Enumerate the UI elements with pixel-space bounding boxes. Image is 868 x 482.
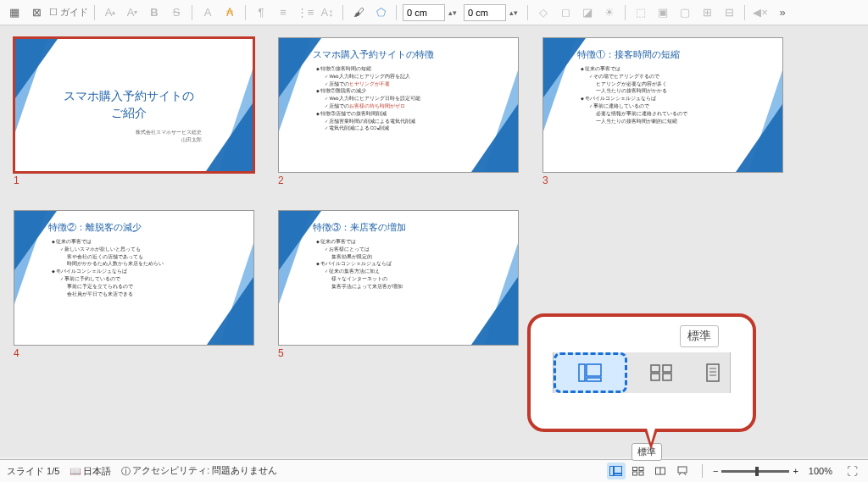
close-view-icon[interactable]: ⊠ <box>27 3 46 22</box>
height-input[interactable] <box>464 4 506 21</box>
guide-label: ガイド <box>60 6 88 19</box>
svg-rect-17 <box>639 472 643 475</box>
slide-thumbnail-3[interactable]: 特徴①：接客時間の短縮従来の事客ではその場でヒアリングするのでヒアリングが必要な… <box>542 37 787 186</box>
slide-body-text: 従来の事客では新しいスマホが欲しいと思っても客や会社の近くの店舗であっても時間が… <box>52 238 211 297</box>
svg-rect-16 <box>632 472 637 475</box>
strike-icon[interactable]: S <box>167 3 186 22</box>
slide-preview[interactable]: スマホ購入予約サイトの特徴特徴①接客時間の短縮Web入力時にヒアリング内容を記入… <box>278 37 519 173</box>
svg-rect-15 <box>639 467 643 470</box>
slide-title-text: 特徴①：接客時間の短縮 <box>577 48 680 61</box>
font-decrease-icon[interactable]: A▾ <box>123 3 142 22</box>
send-back-icon[interactable]: ▢ <box>676 3 694 22</box>
more-icon[interactable]: » <box>773 3 792 22</box>
zoom-track[interactable] <box>721 470 789 473</box>
fit-to-window-icon[interactable]: ⛶ <box>843 462 861 480</box>
border-icon[interactable]: ◻ <box>556 3 575 22</box>
svg-rect-12 <box>615 467 622 474</box>
height-spinner[interactable]: ▴▾ <box>509 8 521 17</box>
font-increase-icon[interactable]: A▴ <box>101 3 120 22</box>
slide-number: 3 <box>542 175 787 186</box>
svg-rect-6 <box>663 374 671 380</box>
status-bar: スライド 1/5 📖日本語 ⓘアクセシビリティ: 問題ありません 標準 − + … <box>0 459 868 482</box>
slideshow-button[interactable] <box>673 463 692 479</box>
slide-number: 5 <box>278 347 522 359</box>
zoom-out-icon[interactable]: − <box>713 466 718 476</box>
zoom-in-icon[interactable]: + <box>793 466 798 476</box>
slide-subtitle-text: 株式会社スマホサービス総史 山田太郎 <box>56 129 202 144</box>
list-icon[interactable]: ⋮≡ <box>296 3 314 22</box>
font-color-icon[interactable]: A <box>198 3 217 22</box>
callout-sorter-view-icon[interactable] <box>627 352 696 393</box>
slide-body-text: 従来の事客ではお客様にとっては集客効果が限定的モバイルコンシェルジュならば従来の… <box>316 238 476 291</box>
group-icon[interactable]: ⊞ <box>698 3 716 22</box>
language-indicator[interactable]: 📖日本語 <box>70 465 111 478</box>
slide-number: 4 <box>14 347 258 359</box>
formatting-toolbar: ▦ ⊠ ☐ガイド A▴ A▾ B S A ₳ ¶ ≡ ⋮≡ A↕ 🖌 ⬠ ▴▾ … <box>0 0 868 25</box>
slide-number: 2 <box>278 175 522 186</box>
svg-rect-1 <box>587 364 601 376</box>
shape-style-icon[interactable]: ⬠ <box>371 3 390 22</box>
zoom-value[interactable]: 100% <box>809 466 832 476</box>
shadow-icon[interactable]: ◪ <box>578 3 597 22</box>
slide-preview[interactable]: スマホ購入予約サイトの ご紹介株式会社スマホサービス総史 山田太郎 <box>14 37 254 173</box>
svg-rect-0 <box>579 364 585 381</box>
slide-thumbnail-4[interactable]: 特徴②：離脱客の減少従来の事客では新しいスマホが欲しいと思っても客や会社の近くの… <box>14 210 258 359</box>
slide-title-text: スマホ購入予約サイトの特徴 <box>313 48 434 61</box>
slide-title-text: 特徴②：離脱客の減少 <box>48 221 142 234</box>
slide-title-text: スマホ購入予約サイトの ご紹介 <box>56 88 202 121</box>
highlight-icon[interactable]: ₳ <box>220 3 239 22</box>
ungroup-icon[interactable]: ⊟ <box>720 3 738 22</box>
view-tooltip-callout: 標準 <box>527 313 756 432</box>
svg-rect-13 <box>615 474 622 476</box>
slide-preview[interactable]: 特徴③：来店客の増加従来の事客ではお客様にとっては集客効果が限定的モバイルコンシ… <box>278 210 519 346</box>
callout-tail-inner <box>644 419 658 443</box>
paragraph-icon[interactable]: ¶ <box>252 3 270 22</box>
svg-rect-5 <box>651 374 659 380</box>
callout-normal-view-icon[interactable] <box>554 352 627 393</box>
zoom-slider[interactable]: − + <box>713 466 798 476</box>
normal-view-button[interactable] <box>607 463 626 479</box>
callout-tooltip-label: 標準 <box>680 325 719 347</box>
slide-body-text: 従来の事客ではその場でヒアリングするのでヒアリングが必要な内容が多く一人当たりの… <box>581 65 740 125</box>
svg-rect-4 <box>663 365 671 372</box>
slide-preview[interactable]: 特徴②：離脱客の減少従来の事客では新しいスマホが欲しいと思っても客や会社の近くの… <box>14 210 254 346</box>
align-icon[interactable]: ≡ <box>274 3 292 22</box>
svg-rect-20 <box>678 467 687 473</box>
sorter-view-button[interactable] <box>629 463 648 479</box>
slide-preview[interactable]: 特徴①：接客時間の短縮従来の事客ではその場でヒアリングするのでヒアリングが必要な… <box>542 37 783 173</box>
svg-rect-14 <box>632 467 637 470</box>
callout-notes-view-icon[interactable] <box>696 352 730 393</box>
line-spacing-icon[interactable]: A↕ <box>318 3 337 22</box>
view-buttons <box>607 463 692 479</box>
slide-body-text: 特徴①接客時間の短縮Web入力時にヒアリング内容を記入店舗でのヒヤリングが不要特… <box>316 65 476 132</box>
paint-icon[interactable]: 🖌 <box>349 3 368 22</box>
slide-thumbnail-1[interactable]: スマホ購入予約サイトの ご紹介株式会社スマホサービス総史 山田太郎1 <box>14 37 258 186</box>
svg-rect-7 <box>707 364 719 381</box>
slide-thumbnail-2[interactable]: スマホ購入予約サイトの特徴特徴①接客時間の短縮Web入力時にヒアリング内容を記入… <box>278 37 522 186</box>
slide-counter: スライド 1/5 <box>7 465 59 478</box>
slide-title-text: 特徴③：来店客の増加 <box>313 221 406 234</box>
slide-number: 1 <box>14 175 258 186</box>
guide-toggle[interactable]: ☐ガイド <box>49 6 88 19</box>
accessibility-status[interactable]: ⓘアクセシビリティ: 問題ありません <box>121 464 277 478</box>
bucket-icon[interactable]: ◇ <box>534 3 553 22</box>
svg-rect-11 <box>610 467 614 476</box>
width-input[interactable] <box>403 4 445 21</box>
effects-icon[interactable]: ☀ <box>600 3 619 22</box>
slide-thumbnail-5[interactable]: 特徴③：来店客の増加従来の事客ではお客様にとっては集客効果が限定的モバイルコンシ… <box>278 210 522 359</box>
reading-view-button[interactable] <box>651 463 670 479</box>
bring-front-icon[interactable]: ▣ <box>654 3 672 22</box>
media-icon[interactable]: ◀× <box>751 3 770 22</box>
width-spinner[interactable]: ▴▾ <box>448 8 460 17</box>
svg-rect-3 <box>651 365 659 372</box>
grid-icon[interactable]: ▦ <box>5 3 24 22</box>
bold-icon[interactable]: B <box>145 3 164 22</box>
svg-rect-2 <box>587 378 601 381</box>
arrange-icon[interactable]: ⬚ <box>632 3 650 22</box>
callout-view-strip <box>553 352 731 393</box>
